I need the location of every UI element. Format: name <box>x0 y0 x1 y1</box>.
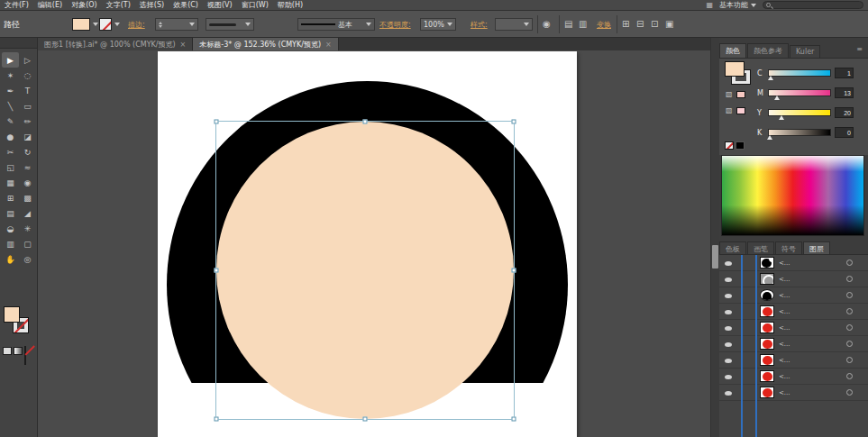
close-icon[interactable]: × <box>325 41 332 49</box>
close-icon[interactable]: × <box>180 41 187 49</box>
color-spectrum-bar[interactable] <box>721 155 864 236</box>
zoom-tool[interactable]: ◎ <box>19 251 36 267</box>
shape-mode-icon[interactable]: ⊡ <box>651 18 658 31</box>
layer-name[interactable]: <... <box>779 389 790 396</box>
visibility-eye-icon[interactable] <box>725 294 732 298</box>
hand-tool[interactable]: ✋ <box>2 251 19 267</box>
in-gamut-color-swatch[interactable] <box>736 91 745 98</box>
web-safe-color-swatch[interactable] <box>736 107 745 114</box>
fill-color-swatch[interactable] <box>72 18 90 31</box>
visibility-eye-icon[interactable] <box>725 342 732 347</box>
eyedropper-tool[interactable]: ◢ <box>19 205 36 221</box>
recolor-artwork-icon[interactable]: ◉ <box>543 18 551 31</box>
layer-thumbnail[interactable] <box>760 273 774 285</box>
target-circle-icon[interactable] <box>846 341 853 347</box>
scissors-tool[interactable]: ✂ <box>2 144 19 159</box>
visibility-eye-icon[interactable] <box>725 326 732 331</box>
search-input[interactable] <box>763 1 863 9</box>
document-tab[interactable]: 图形1 [转换].ai* @ 100% (CMYK/预览) × <box>38 38 193 50</box>
selection-handle[interactable] <box>215 269 219 273</box>
layer-thumbnail[interactable] <box>760 289 774 301</box>
selection-handle[interactable] <box>512 120 516 124</box>
symbol-sprayer-tool[interactable]: ✳ <box>19 221 36 236</box>
panel-tab[interactable]: 颜色参考 <box>747 43 789 58</box>
menu-item[interactable]: 帮助(H) <box>273 0 307 10</box>
layer-thumbnail[interactable] <box>760 370 774 382</box>
selection-handle[interactable] <box>363 417 368 422</box>
channel-value-field[interactable] <box>835 127 854 138</box>
color-slider-thumb[interactable] <box>774 96 780 100</box>
stroke-width-dropdown[interactable] <box>155 18 198 31</box>
rectangle-tool[interactable]: ▭ <box>19 98 36 114</box>
canvas-area[interactable] <box>38 50 710 437</box>
document-tab[interactable]: 未标题-3* @ 152.36% (CMYK/预览) × <box>193 38 338 50</box>
channel-value-field[interactable] <box>835 107 854 118</box>
gradient-mode-button[interactable] <box>14 347 23 355</box>
layer-thumbnail[interactable] <box>760 322 774 333</box>
graphic-style-dropdown[interactable] <box>495 18 533 31</box>
menu-item[interactable]: 选择(S) <box>135 0 169 10</box>
visibility-eye-icon[interactable] <box>725 261 732 266</box>
selection-handle[interactable] <box>363 120 368 124</box>
scrollbar-thumb[interactable] <box>712 245 718 269</box>
target-circle-icon[interactable] <box>846 276 853 282</box>
color-slider-thumb[interactable] <box>767 135 772 140</box>
target-circle-icon[interactable] <box>846 292 853 298</box>
rotate-tool[interactable]: ↻ <box>19 144 36 159</box>
free-transform-tool[interactable]: ▦ <box>2 175 19 190</box>
channel-value-field[interactable] <box>835 68 854 78</box>
stroke-width-stepper[interactable] <box>159 22 162 28</box>
visibility-eye-icon[interactable] <box>725 278 732 282</box>
more-options-icon[interactable]: ▣ <box>665 18 673 31</box>
visibility-eye-icon[interactable] <box>725 391 732 396</box>
out-of-gamut-warning-icon[interactable]: ▧ <box>726 91 733 98</box>
fill-proxy-swatch[interactable] <box>4 306 20 323</box>
artboard-tool[interactable]: ▢ <box>19 236 36 251</box>
layer-name[interactable]: <... <box>779 324 790 332</box>
selection-tool[interactable]: ▶ <box>2 52 19 68</box>
line-segment-tool[interactable]: ╲ <box>2 98 19 114</box>
target-circle-icon[interactable] <box>846 324 853 331</box>
layer-thumbnail[interactable] <box>760 338 774 350</box>
color-slider-track[interactable] <box>768 89 831 96</box>
layer-name[interactable]: <... <box>779 276 790 283</box>
visibility-eye-icon[interactable] <box>725 310 732 314</box>
align-objects-icon[interactable]: ⊞ <box>622 18 629 31</box>
panel-tab[interactable]: 颜色 <box>719 43 746 58</box>
selection-handle[interactable] <box>512 269 516 273</box>
color-mode-button[interactable] <box>3 347 12 355</box>
selection-bounding-box[interactable] <box>215 121 515 420</box>
black-color-swatch[interactable] <box>736 141 745 150</box>
layer-name[interactable]: <... <box>779 308 790 315</box>
perspective-grid-tool[interactable]: ⊞ <box>2 190 19 205</box>
none-color-swatch[interactable] <box>725 141 734 150</box>
align-center-icon[interactable]: ▥ <box>579 18 587 31</box>
layer-name[interactable]: <... <box>779 259 790 267</box>
workspace-switcher[interactable]: 基本功能 <box>719 0 756 10</box>
color-slider-track[interactable] <box>768 69 831 77</box>
scale-tool[interactable]: ◱ <box>2 159 19 175</box>
target-circle-icon[interactable] <box>846 259 853 266</box>
channel-value-field[interactable] <box>835 87 854 98</box>
target-circle-icon[interactable] <box>846 373 853 379</box>
transform-panel-link[interactable]: 变换 <box>597 18 611 31</box>
target-circle-icon[interactable] <box>846 389 853 396</box>
gradient-tool[interactable]: ▤ <box>2 205 19 221</box>
direct-selection-tool[interactable]: ▷ <box>19 52 36 68</box>
pencil-tool[interactable]: ✏ <box>19 114 36 129</box>
align-left-icon[interactable]: ▤ <box>564 18 572 31</box>
visibility-eye-icon[interactable] <box>725 375 732 379</box>
stroke-none-swatch[interactable] <box>99 18 112 31</box>
stroke-panel-link[interactable]: 描边: <box>128 18 145 31</box>
mesh-tool[interactable]: ▩ <box>19 190 36 205</box>
visibility-eye-icon[interactable] <box>725 359 732 363</box>
target-circle-icon[interactable] <box>846 357 853 363</box>
fill-proxy-swatch[interactable] <box>725 61 745 77</box>
menu-item[interactable]: 文字(T) <box>102 0 135 10</box>
eraser-tool[interactable]: ◪ <box>19 129 36 144</box>
layer-thumbnail[interactable] <box>760 387 774 398</box>
layer-name[interactable]: <... <box>779 341 790 348</box>
menu-item[interactable]: 视图(V) <box>203 0 237 10</box>
color-slider-thumb[interactable] <box>779 115 784 120</box>
menu-item[interactable]: 效果(C) <box>169 0 203 10</box>
